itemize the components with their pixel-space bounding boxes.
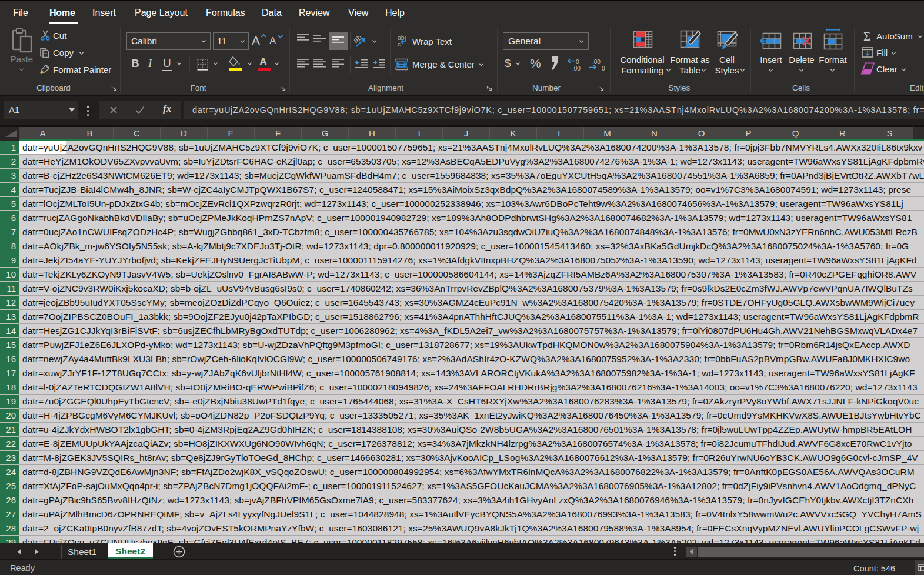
svg-text:c: c	[398, 41, 401, 48]
svg-text:0: 0	[602, 65, 605, 71]
svg-text:0: 0	[576, 59, 579, 65]
svg-text:.00: .00	[592, 59, 601, 65]
svg-text:.00: .00	[572, 65, 581, 71]
